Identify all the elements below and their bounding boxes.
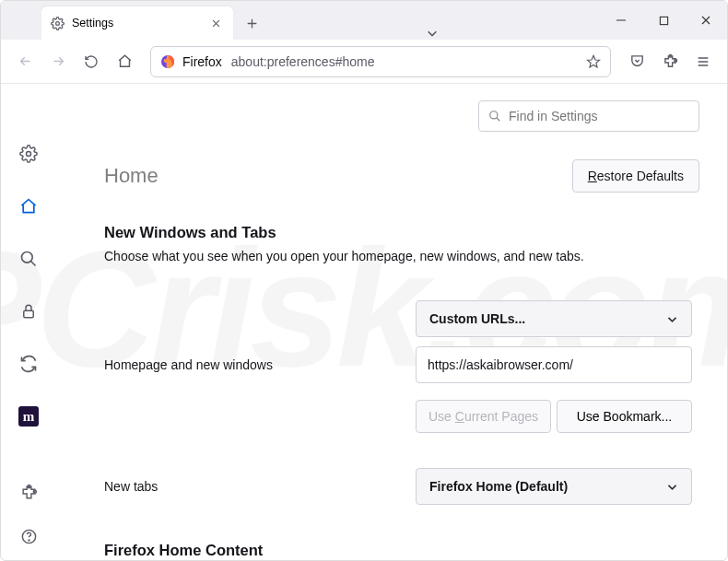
input-value: https://askaibrowser.com/ <box>428 357 573 372</box>
url-identity-label: Firefox <box>182 54 222 69</box>
section-description: Choose what you see when you open your h… <box>104 249 699 263</box>
home-toolbar-button[interactable] <box>110 47 139 76</box>
page-title: Home <box>104 164 572 188</box>
newtabs-label: New tabs <box>104 479 416 494</box>
pocket-button[interactable] <box>622 47 652 76</box>
close-window-button[interactable] <box>685 1 727 40</box>
forward-button[interactable] <box>43 47 73 76</box>
app-menu-button[interactable] <box>688 47 718 76</box>
sidebar-general-icon[interactable] <box>14 139 43 169</box>
sidebar-extensions-icon[interactable] <box>14 477 43 507</box>
browser-tab[interactable]: Settings <box>41 6 233 40</box>
close-tab-icon[interactable] <box>207 15 224 31</box>
tab-title: Settings <box>72 17 113 29</box>
titlebar: Settings <box>1 1 727 40</box>
bookmark-star-icon[interactable] <box>586 54 601 69</box>
chevron-down-icon <box>666 313 678 325</box>
new-tab-button[interactable] <box>239 10 264 36</box>
settings-sidebar: m <box>1 84 56 561</box>
restore-defaults-button[interactable]: Restore Defaults <box>572 159 699 193</box>
url-bar[interactable]: Firefox about:preferences#home <box>150 46 611 77</box>
back-button[interactable] <box>10 47 40 76</box>
toolbar: Firefox about:preferences#home <box>1 40 727 84</box>
svg-rect-7 <box>24 310 34 318</box>
use-current-pages-button[interactable]: Use Current Pages <box>416 400 551 433</box>
search-placeholder: Find in Settings <box>509 109 598 123</box>
svg-point-0 <box>56 21 60 25</box>
settings-search-input[interactable]: Find in Settings <box>478 100 699 132</box>
url-text: about:preferences#home <box>231 54 579 69</box>
search-icon <box>488 110 501 123</box>
section-heading: New Windows and Tabs <box>104 224 699 241</box>
homepage-label: Homepage and new windows <box>104 357 416 372</box>
homepage-mode-select[interactable]: Custom URLs... <box>416 300 692 337</box>
svg-rect-1 <box>660 17 667 24</box>
homepage-url-input[interactable]: https://askaibrowser.com/ <box>416 346 692 383</box>
minimize-button[interactable] <box>600 1 642 40</box>
select-value: Custom URLs... <box>429 311 525 326</box>
svg-point-5 <box>27 152 31 157</box>
chevron-down-icon <box>666 481 678 493</box>
extensions-button[interactable] <box>655 47 685 76</box>
sidebar-help-icon[interactable] <box>14 521 43 551</box>
settings-content: Find in Settings Home Restore Defaults N… <box>56 84 727 561</box>
tabs-dropdown-button[interactable] <box>413 27 452 40</box>
firefox-logo-icon <box>160 54 175 69</box>
use-bookmark-button[interactable]: Use Bookmark... <box>557 400 692 433</box>
window-controls <box>600 1 727 40</box>
sidebar-search-icon[interactable] <box>14 244 43 274</box>
svg-point-11 <box>29 539 29 540</box>
sidebar-more-icon[interactable]: m <box>14 402 43 431</box>
newtabs-select[interactable]: Firefox Home (Default) <box>416 468 692 505</box>
reload-button[interactable] <box>76 47 106 76</box>
gear-icon <box>51 17 65 30</box>
maximize-button[interactable] <box>642 1 685 40</box>
sidebar-privacy-icon[interactable] <box>14 297 43 326</box>
svg-point-6 <box>22 252 33 263</box>
svg-point-12 <box>490 111 498 119</box>
section-heading-2: Firefox Home Content <box>104 542 699 559</box>
select-value: Firefox Home (Default) <box>429 479 568 494</box>
sidebar-sync-icon[interactable] <box>14 349 43 379</box>
sidebar-home-icon[interactable] <box>14 192 43 221</box>
